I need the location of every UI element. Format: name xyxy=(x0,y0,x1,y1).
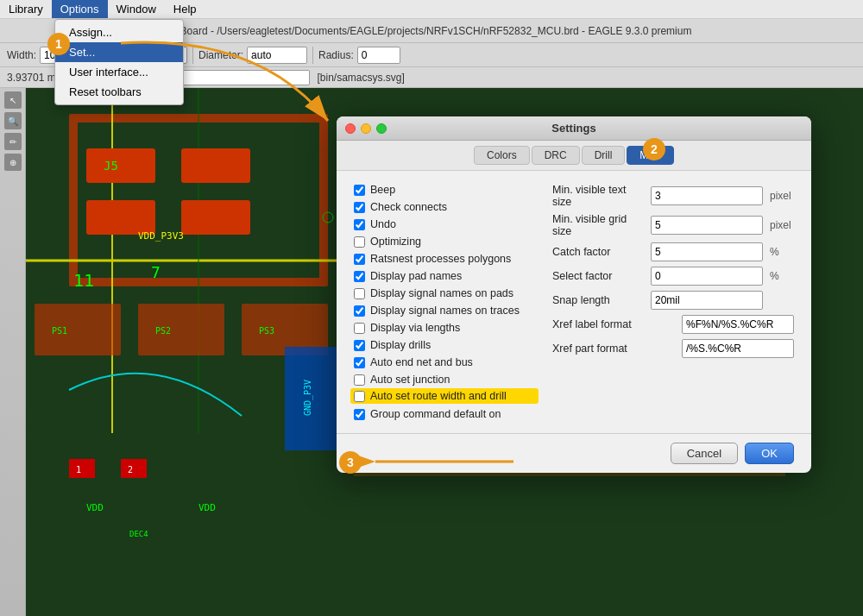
xref-part-input[interactable] xyxy=(682,339,794,358)
min-grid-label: Min. visible grid size xyxy=(552,213,644,237)
select-factor-unit: % xyxy=(770,270,794,282)
dropdown-reset-toolbars[interactable]: Reset toolbars xyxy=(55,82,183,102)
display-drills-checkbox[interactable] xyxy=(354,340,365,351)
svg-text:2: 2 xyxy=(128,465,133,475)
signal-names-traces-checkbox[interactable] xyxy=(354,305,365,317)
ok-button[interactable]: OK xyxy=(745,443,794,464)
checkboxes-panel: Beep Check connects Undo Optimizing Rats… xyxy=(354,181,535,423)
snap-length-input[interactable] xyxy=(651,291,763,310)
menu-options[interactable]: Options xyxy=(52,0,108,18)
group-command-checkbox[interactable] xyxy=(354,409,365,420)
dialog-footer: Cancel OK xyxy=(337,433,811,473)
undo-checkbox[interactable] xyxy=(354,219,365,230)
via-lengths-checkbox[interactable] xyxy=(354,323,365,334)
checkbox-check-connects: Check connects xyxy=(354,198,535,216)
menu-library[interactable]: Library xyxy=(0,0,52,18)
auto-set-route-label: Auto set route width and drill xyxy=(370,390,507,402)
svg-text:VDD: VDD xyxy=(86,502,104,513)
width-label: Width: xyxy=(7,49,36,61)
menu-window[interactable]: Window xyxy=(108,0,165,18)
diameter-input[interactable] xyxy=(247,47,307,64)
form-panel: Min. visible text size pixel Min. visibl… xyxy=(552,181,794,423)
signal-names-pads-label: Display signal names on pads xyxy=(370,287,513,299)
beep-checkbox[interactable] xyxy=(354,185,365,196)
catch-factor-unit: % xyxy=(770,246,794,258)
svg-text:PS2: PS2 xyxy=(155,326,171,336)
checkbox-optimizing: Optimizing xyxy=(354,233,535,250)
tab-drc[interactable]: DRC xyxy=(532,146,580,165)
checkbox-via-lengths: Display via lengths xyxy=(354,319,535,336)
svg-text:PS3: PS3 xyxy=(259,326,274,336)
auto-set-junction-checkbox[interactable] xyxy=(354,374,365,386)
tab-colors[interactable]: Colors xyxy=(474,146,530,165)
svg-text:1: 1 xyxy=(76,465,81,475)
via-lengths-label: Display via lengths xyxy=(370,322,460,334)
svg-text:7: 7 xyxy=(151,263,161,281)
ratsnest-checkbox[interactable] xyxy=(354,254,365,265)
radius-input[interactable] xyxy=(357,47,400,64)
auto-set-route-checkbox[interactable] xyxy=(354,391,365,402)
min-grid-input[interactable] xyxy=(651,216,763,235)
svg-rect-28 xyxy=(69,459,95,478)
radius-label: Radius: xyxy=(318,49,354,61)
traffic-lights xyxy=(345,123,387,134)
checkbox-display-drills: Display drills xyxy=(354,336,535,354)
svg-rect-6 xyxy=(86,148,155,183)
undo-label: Undo xyxy=(370,218,396,230)
xref-label-input[interactable] xyxy=(682,315,794,334)
display-drills-label: Display drills xyxy=(370,339,431,351)
min-text-input[interactable] xyxy=(651,186,763,205)
form-min-grid: Min. visible grid size pixel xyxy=(552,211,794,240)
signal-names-pads-checkbox[interactable] xyxy=(354,288,365,299)
menubar: Library Options Window Help xyxy=(0,0,863,19)
menu-help[interactable]: Help xyxy=(165,0,205,18)
separator2 xyxy=(192,47,193,64)
form-min-text: Min. visible text size pixel xyxy=(552,181,794,211)
separator3 xyxy=(312,47,313,64)
checkbox-signal-names-pads: Display signal names on pads xyxy=(354,285,535,302)
auto-end-net-checkbox[interactable] xyxy=(354,357,365,368)
svg-rect-7 xyxy=(181,148,250,183)
svg-text:GND_P3V: GND_P3V xyxy=(303,380,313,416)
catch-factor-input[interactable] xyxy=(651,242,763,261)
tool-select[interactable]: ↖ xyxy=(4,91,22,109)
xref-label-label: Xref label format xyxy=(552,318,675,330)
tab-drill[interactable]: Drill xyxy=(582,146,626,165)
path-text: [bin/samacsys.svg] xyxy=(317,72,404,84)
svg-text:VDD_P3V3: VDD_P3V3 xyxy=(138,230,184,242)
tool-zoom[interactable]: 🔍 xyxy=(4,112,22,129)
min-text-unit: pixel xyxy=(770,190,794,202)
dropdown-set[interactable]: Set... xyxy=(55,42,183,62)
tool-line[interactable]: ✏ xyxy=(4,133,22,150)
svg-rect-13 xyxy=(138,304,224,355)
left-sidebar: ↖ 🔍 ✏ ⊕ xyxy=(0,88,26,616)
form-snap-length: Snap length xyxy=(552,288,794,312)
maximize-button[interactable] xyxy=(376,123,387,134)
group-command-label: Group command default on xyxy=(370,408,501,420)
dropdown-user-interface[interactable]: User interface... xyxy=(55,62,183,82)
form-xref-label: Xref label format xyxy=(552,312,794,336)
optimizing-checkbox[interactable] xyxy=(354,236,365,248)
dialog-titlebar: Settings xyxy=(337,116,811,141)
dialog-body: Beep Check connects Undo Optimizing Rats… xyxy=(337,171,811,433)
svg-rect-8 xyxy=(86,200,155,235)
step-badge-2: 2 xyxy=(643,138,665,160)
svg-text:DEC4: DEC4 xyxy=(129,530,148,538)
checkbox-display-pad-names: Display pad names xyxy=(354,267,535,285)
step-badge-1: 1 xyxy=(47,33,70,55)
cancel-button[interactable]: Cancel xyxy=(671,443,738,464)
checkbox-ratsnest: Ratsnest processes polygons xyxy=(354,250,535,267)
tool-print[interactable]: ⊕ xyxy=(4,154,22,171)
dropdown-assign[interactable]: Assign... xyxy=(55,22,183,42)
signal-names-traces-label: Display signal names on traces xyxy=(370,305,520,317)
check-connects-checkbox[interactable] xyxy=(354,202,365,213)
form-xref-part: Xref part format xyxy=(552,336,794,361)
close-button[interactable] xyxy=(345,123,356,134)
display-pad-names-checkbox[interactable] xyxy=(354,271,365,282)
dialog-tabs: Colors DRC Drill Misc xyxy=(337,141,811,171)
select-factor-label: Select factor xyxy=(552,270,644,282)
checkbox-auto-set-junction: Auto set junction xyxy=(354,371,535,388)
path-input[interactable] xyxy=(172,70,310,85)
select-factor-input[interactable] xyxy=(651,267,763,286)
minimize-button[interactable] xyxy=(361,123,371,134)
